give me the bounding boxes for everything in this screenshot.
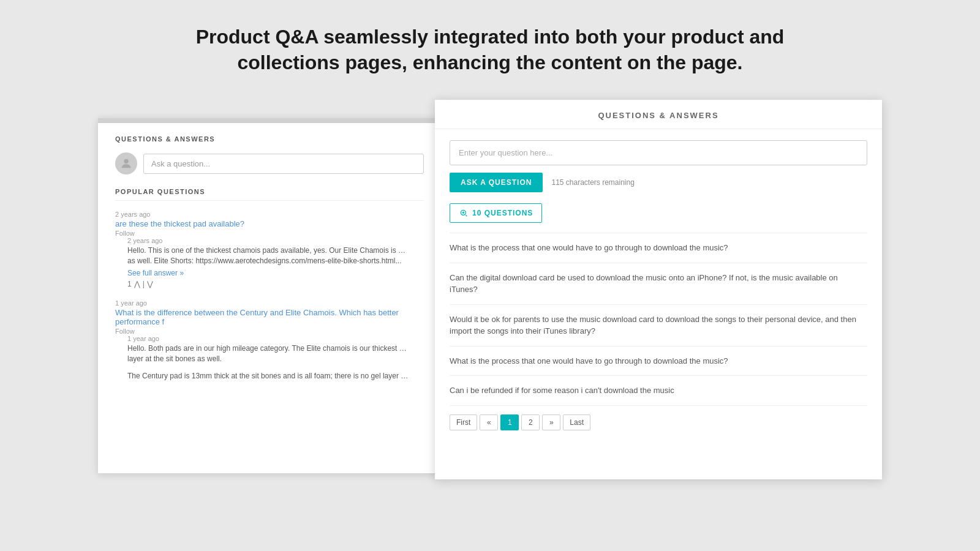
- avatar: [115, 152, 137, 174]
- questions-tab-button[interactable]: 10 QUESTIONS: [450, 203, 542, 223]
- question-time: 1 year ago: [115, 299, 424, 307]
- question-item: 1 year ago What is the difference betwee…: [115, 299, 424, 381]
- qa-item: Can the digital download card be used to…: [450, 263, 867, 304]
- answer-time: 2 years ago: [127, 237, 424, 244]
- pagination-prev[interactable]: «: [480, 414, 498, 430]
- panels-wrapper: QUESTIONS & ANSWERS Ask a question... PO…: [49, 100, 931, 479]
- pagination-next[interactable]: »: [542, 414, 560, 430]
- downvote-icon[interactable]: ⋁: [147, 280, 153, 288]
- question-text[interactable]: What is the difference between the Centu…: [115, 308, 424, 326]
- ask-question-button[interactable]: ASK A QUESTION: [450, 173, 543, 192]
- headline-line2: collections pages, enhancing the content…: [237, 51, 742, 73]
- left-panel: QUESTIONS & ANSWERS Ask a question... PO…: [98, 118, 441, 473]
- answer-item: 1 year ago Hello. Both pads are in our h…: [127, 335, 424, 364]
- tab-label: 10 QUESTIONS: [472, 209, 533, 217]
- qa-item: Would it be ok for parents to use the mu…: [450, 304, 867, 346]
- pagination-row: First « 1 2 » Last: [450, 406, 867, 433]
- question-item: 2 years ago are these the thickest pad a…: [115, 211, 424, 288]
- ask-btn-row: ASK A QUESTION 115 characters remaining: [450, 173, 867, 192]
- right-panel-body: Enter your question here... ASK A QUESTI…: [435, 129, 882, 444]
- pagination-last[interactable]: Last: [563, 414, 590, 430]
- answer-text: Hello. Both pads are in our high mileage…: [127, 343, 409, 354]
- answer-time: 1 year ago: [127, 335, 424, 342]
- see-full-link[interactable]: See full answer »: [127, 269, 424, 277]
- vote-count: 1: [127, 280, 132, 288]
- headline: Product Q&A seamlessly integrated into b…: [196, 24, 785, 75]
- headline-line1: Product Q&A seamlessly integrated into b…: [196, 26, 785, 48]
- ask-input-row: Ask a question...: [115, 152, 424, 174]
- answer-text: The Century pad is 13mm thick at the sit…: [127, 371, 409, 381]
- pagination-page1[interactable]: 1: [500, 414, 519, 430]
- svg-point-0: [124, 159, 128, 163]
- vote-row: 1 ⋀ | ⋁: [127, 280, 424, 288]
- qa-item: Can i be refunded if for some reason i c…: [450, 375, 867, 406]
- chars-remaining: 115 characters remaining: [551, 178, 634, 187]
- question-input[interactable]: Enter your question here...: [450, 140, 867, 165]
- answer-text-extra: layer at the sit bones as well.: [127, 354, 409, 364]
- qa-item: What is the process that one would have …: [450, 346, 867, 376]
- right-panel-header: QUESTIONS & ANSWERS: [435, 100, 882, 129]
- right-panel: QUESTIONS & ANSWERS Enter your question …: [435, 100, 882, 479]
- answer-item: The Century pad is 13mm thick at the sit…: [127, 371, 424, 381]
- question-time: 2 years ago: [115, 211, 424, 218]
- right-panel-title: QUESTIONS & ANSWERS: [435, 111, 882, 120]
- divider: |: [143, 280, 145, 288]
- pagination-page2[interactable]: 2: [521, 414, 540, 430]
- ask-question-input[interactable]: Ask a question...: [143, 154, 424, 174]
- upvote-icon[interactable]: ⋀: [134, 280, 140, 288]
- questions-tab: 10 QUESTIONS: [450, 203, 867, 223]
- answer-text-extra: as well. Elite Shorts: https://www.aerot…: [127, 256, 409, 266]
- pagination-first[interactable]: First: [450, 414, 477, 430]
- qa-list: What is the process that one would have …: [450, 233, 867, 406]
- popular-questions-title: POPULAR QUESTIONS: [115, 188, 424, 201]
- answer-item: 2 years ago Hello. This is one of the th…: [127, 237, 424, 288]
- follow-link[interactable]: Follow: [115, 328, 424, 335]
- answer-text: Hello. This is one of the thickest chamo…: [127, 246, 409, 256]
- question-text[interactable]: are these the thickest pad available?: [115, 219, 424, 228]
- qa-item: What is the process that one would have …: [450, 233, 867, 263]
- follow-link[interactable]: Follow: [115, 230, 424, 237]
- left-panel-title: QUESTIONS & ANSWERS: [115, 135, 424, 143]
